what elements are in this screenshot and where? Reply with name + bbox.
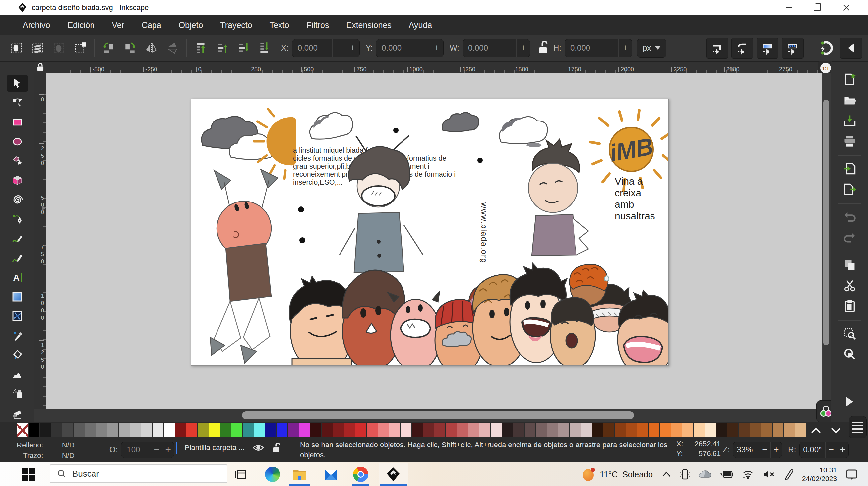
expand-panel-arrow[interactable] (846, 397, 853, 406)
rotate-ccw-button[interactable] (98, 38, 119, 58)
chrome-button[interactable] (352, 466, 369, 483)
menu-texto[interactable]: Texto (261, 17, 298, 33)
document-page[interactable]: iMB a linstitut miquel biada fem... cicl… (191, 98, 669, 366)
palette-swatch[interactable] (693, 423, 705, 437)
notification-center-icon[interactable] (845, 469, 858, 480)
raise-button[interactable] (212, 38, 233, 58)
tool-rectangle[interactable] (7, 114, 28, 131)
save-document-button[interactable] (839, 111, 861, 130)
palette-swatch[interactable] (525, 423, 535, 437)
zoom-in-button[interactable]: + (770, 442, 782, 458)
zoom-spinbox[interactable]: 33% − + (733, 441, 782, 458)
palette-swatch[interactable] (85, 423, 96, 437)
x-field-value[interactable]: 0.000 (292, 44, 332, 53)
palette-scroll-down-button[interactable] (828, 425, 843, 436)
palette-swatch[interactable] (739, 423, 750, 437)
clock-widget[interactable]: 10:31 24/02/2023 (802, 466, 837, 483)
rotation-value[interactable]: 0.00° (800, 445, 825, 454)
layer-name[interactable]: Plantilla carpeta ... (185, 444, 245, 452)
rotation-plus-button[interactable]: + (837, 442, 848, 458)
palette-swatch[interactable] (321, 423, 333, 437)
palette-swatch[interactable] (186, 423, 197, 437)
w-field[interactable]: 0.000 − + (463, 39, 530, 57)
vertical-scrollbar[interactable] (822, 73, 831, 409)
palette-scroll-up-button[interactable] (808, 425, 824, 436)
rotate-cw-button[interactable] (119, 38, 141, 58)
task-view-button[interactable] (232, 466, 249, 483)
palette-swatch[interactable] (51, 423, 62, 437)
palette-swatch[interactable] (96, 423, 107, 437)
h-field[interactable]: 0.000 − + (565, 39, 632, 57)
palette-menu-button[interactable] (849, 416, 867, 438)
tool-node-editor[interactable] (7, 94, 28, 111)
palette-swatch[interactable] (457, 423, 468, 437)
tool-pen[interactable] (7, 211, 28, 227)
palette-swatch[interactable] (40, 423, 51, 437)
mail-button[interactable] (322, 466, 340, 483)
export-button[interactable] (839, 180, 861, 199)
palette-swatch[interactable] (119, 423, 130, 437)
palette-swatch[interactable] (254, 423, 265, 437)
palette-swatch[interactable] (299, 423, 310, 437)
flip-vertical-button[interactable] (162, 38, 183, 58)
tool-paint-bucket[interactable] (7, 347, 28, 363)
palette-swatch[interactable] (367, 423, 378, 437)
close-button[interactable] (836, 2, 856, 13)
copy-button[interactable] (839, 255, 861, 275)
opacity-plus-button[interactable]: + (162, 441, 174, 459)
menu-trayecto[interactable]: Trayecto (212, 17, 260, 33)
menu-extensiones[interactable]: Extensiones (338, 17, 400, 33)
palette-swatch[interactable] (795, 423, 806, 437)
phone-link-icon[interactable] (680, 469, 690, 480)
tray-chevron-up-icon[interactable] (661, 471, 672, 478)
volume-muted-icon[interactable] (762, 470, 775, 479)
horizontal-scrollbar-thumb[interactable] (242, 411, 634, 419)
new-document-button[interactable] (839, 70, 861, 89)
w-field-value[interactable]: 0.000 (463, 44, 503, 53)
palette-swatch[interactable] (750, 423, 761, 437)
pen-icon[interactable] (783, 469, 794, 480)
palette-swatch[interactable] (682, 423, 693, 437)
palette-swatch[interactable] (175, 423, 186, 437)
inkscape-taskbar-button[interactable] (384, 466, 402, 483)
w-plus-button[interactable]: + (516, 39, 530, 57)
palette-swatch[interactable] (265, 423, 276, 437)
palette-swatch[interactable] (197, 423, 209, 437)
tool-selector[interactable] (7, 75, 28, 92)
weather-widget[interactable]: 11°C Soleado (582, 468, 653, 481)
rotation-minus-button[interactable]: − (825, 442, 837, 458)
print-button[interactable] (839, 132, 861, 151)
palette-swatch[interactable] (671, 423, 682, 437)
opacity-value[interactable]: 100 (121, 445, 151, 454)
h-minus-button[interactable]: − (605, 39, 618, 57)
palette-swatch[interactable] (761, 423, 772, 437)
battery-icon[interactable] (720, 470, 734, 479)
y-field-value[interactable]: 0.000 (376, 44, 416, 53)
palette-swatch[interactable] (333, 423, 344, 437)
flip-horizontal-button[interactable] (141, 38, 162, 58)
palette-swatch[interactable] (649, 423, 659, 437)
palette-swatch[interactable] (220, 423, 231, 437)
palette-swatch[interactable] (581, 423, 592, 437)
palette-swatch[interactable] (569, 423, 581, 437)
x-plus-button[interactable]: + (346, 39, 360, 57)
palette-swatch[interactable] (626, 423, 637, 437)
palette-swatch[interactable] (468, 423, 479, 437)
palette-swatch[interactable] (502, 423, 513, 437)
paste-button[interactable] (839, 296, 861, 316)
cut-button[interactable] (839, 276, 861, 295)
scale-corners-toggle[interactable] (732, 37, 753, 59)
palette-swatch[interactable] (491, 423, 502, 437)
palette-swatch[interactable] (355, 423, 366, 437)
tool-gradient[interactable] (7, 288, 28, 305)
palette-swatch[interactable] (231, 423, 242, 437)
opacity-spinbox[interactable]: 100 − + (121, 441, 174, 458)
palette-swatch[interactable] (705, 423, 716, 437)
palette-swatch[interactable] (547, 423, 558, 437)
palette-swatch[interactable] (17, 423, 28, 437)
tool-eraser[interactable] (7, 405, 28, 421)
snap-toggle[interactable] (816, 38, 837, 58)
palette-swatch[interactable] (378, 423, 389, 437)
palette-swatch[interactable] (412, 423, 423, 437)
palette-swatch[interactable] (153, 423, 163, 437)
